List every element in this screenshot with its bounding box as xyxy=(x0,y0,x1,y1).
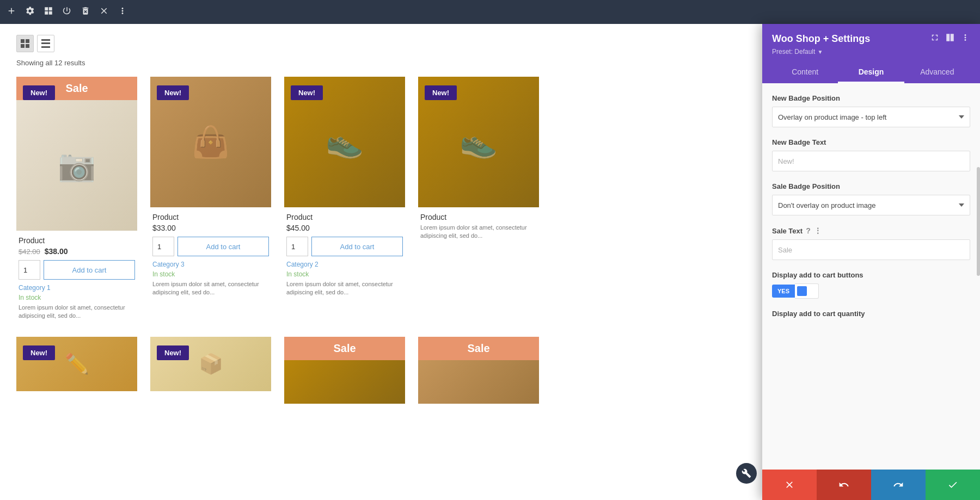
panel-actions xyxy=(762,470,980,500)
tab-content[interactable]: Content xyxy=(772,62,838,83)
fullscreen-icon[interactable] xyxy=(930,33,940,45)
product-title: Product xyxy=(152,213,269,221)
redo-icon xyxy=(893,479,904,490)
new-badge-position-label: New Badge Position xyxy=(772,94,970,102)
product-info: Product $45.00 Add to cart Category 2 In… xyxy=(284,207,405,300)
product-image-wrap-bottom: ✏️ New! xyxy=(16,337,137,391)
product-card: 👟 New! Product Lorem ipsum dolor sit ame… xyxy=(418,77,539,324)
display-add-to-cart-group: Display add to cart buttons YES xyxy=(772,271,970,299)
product-desc: Lorem ipsum dolor sit amet, consectetur … xyxy=(19,304,135,320)
product-card: 👟 New! Product $45.00 Add to cart Catego… xyxy=(284,77,405,324)
new-badge-position-group: New Badge Position Overlay on product im… xyxy=(772,94,970,127)
product-image-bottom-2: 📦 xyxy=(150,337,271,391)
quantity-input[interactable] xyxy=(152,237,174,256)
product-stock: In stock xyxy=(286,270,403,278)
new-badge-text-label: New Badge Text xyxy=(772,138,970,146)
sale-text-group: Sale Text ? ⋮ xyxy=(772,226,970,260)
sale-banner-bottom: Sale xyxy=(284,337,405,360)
add-to-cart-button[interactable]: Add to cart xyxy=(311,237,403,256)
quantity-input[interactable] xyxy=(286,237,308,256)
shoe-icon-2: 👟 xyxy=(460,124,498,160)
sale-badge-position-group: Sale Badge Position Don't overlay on pro… xyxy=(772,182,970,215)
sale-badge-position-select[interactable]: Don't overlay on product image Overlay o… xyxy=(772,195,970,215)
product-price: $42.00 $38.00 xyxy=(19,247,135,256)
redo-button[interactable] xyxy=(871,470,926,500)
shoe-icon: 👟 xyxy=(326,124,364,160)
new-badge-text-input[interactable] xyxy=(772,151,970,171)
product-category[interactable]: Category 3 xyxy=(152,261,269,268)
add-to-cart-row: Add to cart xyxy=(19,260,135,280)
product-title: Product xyxy=(19,236,135,245)
close-icon[interactable] xyxy=(99,6,109,18)
product-price: $33.00 xyxy=(152,224,269,232)
product-image-wrap: 👜 New! xyxy=(150,77,271,207)
product-info: Product Lorem ipsum dolor sit amet, cons… xyxy=(418,207,539,244)
confirm-button[interactable] xyxy=(926,470,980,500)
panel-preset[interactable]: Preset: Default ▼ xyxy=(772,48,970,55)
scroll-indicator xyxy=(977,167,980,276)
more-icon[interactable] xyxy=(118,6,127,18)
product-card-bottom-2: 📦 New! xyxy=(150,337,271,404)
product-grid: Sale 📷 New! Product $42.00 $38.00 Add to… xyxy=(16,77,539,324)
cancel-icon xyxy=(784,479,795,490)
power-icon[interactable] xyxy=(62,6,72,18)
list-view-button[interactable] xyxy=(37,35,54,52)
undo-icon xyxy=(838,479,849,490)
sale-text-label: Sale Text ? ⋮ xyxy=(772,226,970,235)
sale-banner-bottom-2: Sale xyxy=(418,337,539,360)
new-badge-bottom-2: New! xyxy=(157,345,189,360)
add-to-cart-button[interactable]: Add to cart xyxy=(44,260,135,280)
pencil-icon: ✏️ xyxy=(65,353,89,375)
quantity-input[interactable] xyxy=(19,260,40,280)
product-card-bottom-3: Sale xyxy=(284,337,405,404)
new-badge-bottom: New! xyxy=(23,345,55,360)
undo-button[interactable] xyxy=(817,470,871,500)
toggle-yes-button[interactable]: YES xyxy=(772,285,795,298)
top-toolbar xyxy=(0,0,980,24)
product-category[interactable]: Category 2 xyxy=(286,261,403,268)
preset-label: Preset: Default xyxy=(772,48,815,55)
new-badge-position-select[interactable]: Overlay on product image - top left Over… xyxy=(772,107,970,127)
product-image-wrap-bottom-4: Sale xyxy=(418,337,539,404)
product-image-wrap: 👟 New! xyxy=(418,77,539,207)
product-category[interactable]: Category 1 xyxy=(19,284,135,292)
plus-icon[interactable] xyxy=(7,6,16,18)
price-regular: $45.00 xyxy=(286,224,310,232)
help-icon[interactable]: ? xyxy=(806,226,811,235)
new-badge-text-group: New Badge Text xyxy=(772,138,970,171)
floating-help-button[interactable] xyxy=(736,463,757,484)
tab-design[interactable]: Design xyxy=(838,62,904,83)
product-image-content: 📷 xyxy=(16,100,137,231)
product-title: Product xyxy=(420,213,537,221)
product-image-bottom: ✏️ xyxy=(16,337,137,391)
layout-icon[interactable] xyxy=(44,6,53,18)
display-add-to-cart-qty-group: Display add to cart quantity xyxy=(772,310,970,318)
product-image-wrap-bottom-2: 📦 New! xyxy=(150,337,271,391)
tab-advanced[interactable]: Advanced xyxy=(904,62,970,83)
add-to-cart-button[interactable]: Add to cart xyxy=(177,237,269,256)
trash-icon[interactable] xyxy=(81,6,90,18)
toggle-box[interactable] xyxy=(795,283,819,299)
panel-tabs: Content Design Advanced xyxy=(772,62,970,83)
product-stock: In stock xyxy=(152,270,269,278)
sale-text-input[interactable] xyxy=(772,239,970,260)
product-desc: Lorem ipsum dolor sit amet, consectetur … xyxy=(420,224,537,240)
grid-view-button[interactable] xyxy=(16,35,34,52)
product-title: Product xyxy=(286,213,403,221)
product-image: 📷 xyxy=(16,100,137,231)
display-add-to-cart-label: Display add to cart buttons xyxy=(772,271,970,279)
product-image-wrap: 👟 New! xyxy=(284,77,405,207)
gear-icon[interactable] xyxy=(25,6,35,18)
new-badge: New! xyxy=(291,85,323,100)
sale-text-more-icon[interactable]: ⋮ xyxy=(814,226,822,235)
product-desc: Lorem ipsum dolor sit amet, consectetur … xyxy=(152,280,269,297)
split-view-icon[interactable] xyxy=(945,33,955,45)
product-info: Product $42.00 $38.00 Add to cart Catego… xyxy=(16,231,137,324)
price-regular: $33.00 xyxy=(152,224,176,232)
product-card: Sale 📷 New! Product $42.00 $38.00 Add to… xyxy=(16,77,137,324)
price-new: $38.00 xyxy=(45,247,68,256)
cancel-button[interactable] xyxy=(762,470,817,500)
product-stock: In stock xyxy=(19,294,135,301)
panel-more-icon[interactable] xyxy=(960,33,970,45)
product-image-bottom-4 xyxy=(418,360,539,404)
